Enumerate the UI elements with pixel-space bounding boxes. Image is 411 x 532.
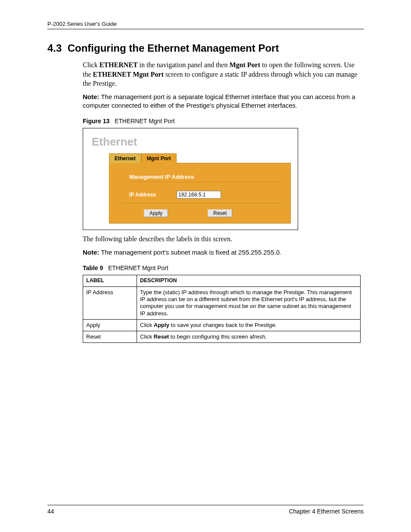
table-label: Table 9 <box>83 264 103 271</box>
ip-address-row: IP Address <box>122 188 283 203</box>
tab-mgnt-port[interactable]: Mgnt Port <box>141 153 177 163</box>
figure-label: Figure 13 <box>83 118 109 124</box>
bold-apply: Apply <box>154 322 169 328</box>
post-figure-paragraph: The following table describes the labels… <box>83 234 364 244</box>
cell-desc: Click Apply to save your changes back to… <box>137 319 361 331</box>
chapter-label: Chapter 4 Ethernet Screens <box>289 508 364 515</box>
intro-paragraph: Click ETHERNET in the navigation panel a… <box>83 60 364 88</box>
note-paragraph: Note: The management port is a separate … <box>83 93 364 110</box>
table-caption: Table 9 ETHERNET Mgnt Port <box>83 264 364 271</box>
panel-section-label: Management IP Address <box>129 174 283 182</box>
cell-label: Reset <box>83 331 137 343</box>
app-title: Ethernet <box>92 135 292 149</box>
section-number: 4.3 <box>47 42 62 54</box>
page-number: 44 <box>47 508 54 515</box>
figure-caption-text: ETHERNET Mgnt Port <box>115 118 175 124</box>
table-caption-text: ETHERNET Mgnt Port <box>108 264 168 271</box>
cell-desc: Type the (static) IP address through whi… <box>137 286 361 319</box>
section-heading: 4.3 Configuring the Ethernet Management … <box>47 42 364 54</box>
description-table: LABEL DESCRIPTION IP Address Type the (s… <box>83 275 361 343</box>
th-description: DESCRIPTION <box>137 275 361 287</box>
text: to save your changes back to the Prestig… <box>169 322 277 328</box>
table-row: IP Address Type the (static) IP address … <box>83 286 361 319</box>
apply-button[interactable]: Apply <box>144 209 168 217</box>
ip-address-label: IP Address <box>129 192 177 198</box>
note-label: Note: <box>83 93 99 100</box>
reset-button[interactable]: Reset <box>208 209 232 217</box>
cell-label: Apply <box>83 319 137 331</box>
page-footer: 44 Chapter 4 Ethernet Screens <box>47 505 364 515</box>
tabs-row: Ethernet Mgnt Port <box>109 153 292 163</box>
text: in the navigation panel and then <box>138 61 230 68</box>
text: to begin configuring this screen afresh. <box>169 333 267 340</box>
cell-desc: Click Reset to begin configuring this sc… <box>137 331 361 343</box>
th-label: LABEL <box>83 275 137 287</box>
figure-caption: Figure 13 ETHERNET Mgnt Port <box>83 118 364 124</box>
bold-ethernet: ETHERNET <box>100 61 138 68</box>
guide-title: P-2002 Series User's Guide <box>47 21 117 27</box>
page-header: P-2002 Series User's Guide <box>47 21 364 29</box>
table-header-row: LABEL DESCRIPTION <box>83 275 361 287</box>
ip-address-input[interactable] <box>177 191 221 199</box>
bold-reset: Reset <box>154 333 169 340</box>
button-row: Apply Reset <box>144 209 283 217</box>
table-row: Reset Click Reset to begin configuring t… <box>83 331 361 343</box>
note-text: The management port is a separate logica… <box>83 93 355 109</box>
text: Click <box>83 61 100 68</box>
mgnt-port-panel: Management IP Address IP Address Apply R… <box>109 163 291 224</box>
bold-ethernet-mgnt-port: ETHERNET Mgnt Port <box>93 71 164 78</box>
note-text: The management port's subnet mask is fix… <box>99 249 281 256</box>
cell-label: IP Address <box>83 286 137 319</box>
text: Click <box>140 333 154 340</box>
figure-screenshot: Ethernet Ethernet Mgnt Port Management I… <box>83 128 298 230</box>
note-subnet: Note: The management port's subnet mask … <box>83 248 364 257</box>
note-label: Note: <box>83 249 99 256</box>
bold-mgnt-port: Mgnt Port <box>229 61 260 68</box>
table-row: Apply Click Apply to save your changes b… <box>83 319 361 331</box>
text: Click <box>140 322 154 328</box>
section-title-text: Configuring the Ethernet Management Port <box>68 42 279 54</box>
tab-ethernet[interactable]: Ethernet <box>109 153 141 163</box>
